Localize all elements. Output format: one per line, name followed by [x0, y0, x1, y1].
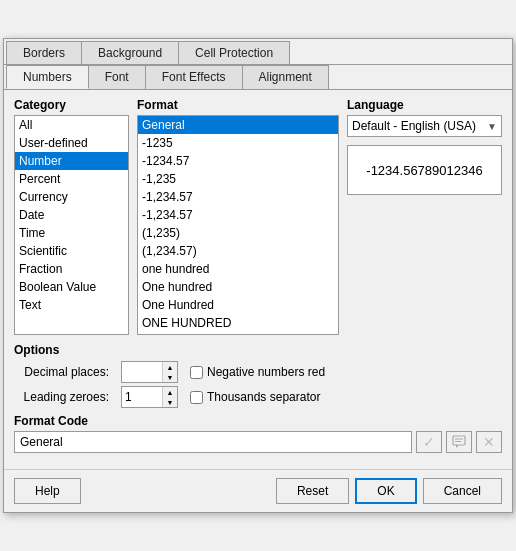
format-code-delete-btn[interactable]: ✕ — [476, 431, 502, 453]
format-item[interactable]: -1,235 — [138, 170, 338, 188]
leading-zeroes-label: Leading zeroes: — [14, 390, 109, 404]
leading-decrement-btn[interactable]: ▼ — [163, 397, 177, 407]
language-header: Language — [347, 98, 502, 112]
decimal-spinner-buttons: ▲ ▼ — [162, 362, 177, 382]
category-list[interactable]: All User-defined Number Percent Currency… — [14, 115, 129, 335]
format-code-comment-btn[interactable] — [446, 431, 472, 453]
leading-increment-btn[interactable]: ▲ — [163, 387, 177, 397]
tab-cell-protection[interactable]: Cell Protection — [178, 41, 290, 64]
format-header: Format — [137, 98, 339, 112]
content-area: Category All User-defined Number Percent… — [4, 90, 512, 469]
format-item[interactable]: -1235 — [138, 134, 338, 152]
format-code-check-btn[interactable]: ✓ — [416, 431, 442, 453]
cancel-button[interactable]: Cancel — [423, 478, 502, 504]
negative-numbers-red-checkbox[interactable] — [190, 366, 203, 379]
list-item[interactable]: Boolean Value — [15, 278, 128, 296]
thousands-separator-label[interactable]: Thousands separator — [190, 390, 320, 404]
svg-rect-0 — [453, 436, 465, 445]
format-item[interactable]: -1234.57 — [138, 152, 338, 170]
negative-numbers-red-text: Negative numbers red — [207, 365, 325, 379]
list-item[interactable]: Scientific — [15, 242, 128, 260]
list-item[interactable]: Fraction — [15, 260, 128, 278]
format-code-input[interactable] — [14, 431, 412, 453]
tab-numbers[interactable]: Numbers — [6, 65, 89, 89]
language-column: Language Default - English (USA) ▼ -1234… — [347, 98, 502, 335]
tab-font[interactable]: Font — [88, 65, 146, 89]
format-item[interactable]: -1,234.57 — [138, 206, 338, 224]
format-item[interactable]: ONE HUNDRED — [138, 314, 338, 332]
thousands-separator-checkbox[interactable] — [190, 391, 203, 404]
preview-value: -1234.56789012346 — [366, 163, 482, 178]
decimal-increment-btn[interactable]: ▲ — [163, 362, 177, 372]
leading-zeroes-row: Leading zeroes: ▲ ▼ Thousands separator — [14, 386, 502, 408]
language-value: Default - English (USA) — [352, 119, 476, 133]
leading-spinner-buttons: ▲ ▼ — [162, 387, 177, 407]
svg-marker-3 — [456, 445, 459, 448]
options-title: Options — [14, 343, 502, 357]
decimal-places-label: Decimal places: — [14, 365, 109, 379]
tab-alignment[interactable]: Alignment — [242, 65, 329, 89]
format-item[interactable]: -1,234.57 — [138, 188, 338, 206]
list-item[interactable]: Time — [15, 224, 128, 242]
format-code-title: Format Code — [14, 414, 502, 428]
list-item[interactable]: Currency — [15, 188, 128, 206]
leading-zeroes-spinner[interactable]: ▲ ▼ — [121, 386, 178, 408]
format-item[interactable]: One Hundred — [138, 296, 338, 314]
format-item[interactable]: (1,235) — [138, 224, 338, 242]
reset-button[interactable]: Reset — [276, 478, 349, 504]
bottom-bar: Help Reset OK Cancel — [4, 469, 512, 512]
preview-box: -1234.56789012346 — [347, 145, 502, 195]
list-item[interactable]: All — [15, 116, 128, 134]
decimal-places-input[interactable] — [122, 362, 162, 382]
leading-zeroes-input[interactable] — [122, 387, 162, 407]
format-cells-dialog: Borders Background Cell Protection Numbe… — [3, 38, 513, 513]
tab-font-effects[interactable]: Font Effects — [145, 65, 243, 89]
format-item[interactable]: one hundred — [138, 260, 338, 278]
category-header: Category — [14, 98, 129, 112]
decimal-places-spinner[interactable]: ▲ ▼ — [121, 361, 178, 383]
list-item-number[interactable]: Number — [15, 152, 128, 170]
list-item[interactable]: Percent — [15, 170, 128, 188]
dropdown-arrow-icon: ▼ — [487, 121, 497, 132]
decimal-decrement-btn[interactable]: ▼ — [163, 372, 177, 382]
options-section: Options Decimal places: ▲ ▼ Negative num… — [14, 343, 502, 408]
thousands-separator-text: Thousands separator — [207, 390, 320, 404]
list-item[interactable]: Date — [15, 206, 128, 224]
decimal-places-row: Decimal places: ▲ ▼ Negative numbers red — [14, 361, 502, 383]
format-item-general[interactable]: General — [138, 116, 338, 134]
tab-background[interactable]: Background — [81, 41, 179, 64]
format-item[interactable]: One hundred — [138, 278, 338, 296]
help-button[interactable]: Help — [14, 478, 81, 504]
format-code-section: Format Code ✓ ✕ — [14, 414, 502, 453]
tab-borders[interactable]: Borders — [6, 41, 82, 64]
format-item[interactable]: (1,234.57) — [138, 242, 338, 260]
language-dropdown[interactable]: Default - English (USA) ▼ — [347, 115, 502, 137]
list-item[interactable]: User-defined — [15, 134, 128, 152]
format-code-row: ✓ ✕ — [14, 431, 502, 453]
format-column: Format General -1235 -1234.57 -1,235 -1,… — [137, 98, 339, 335]
ok-button[interactable]: OK — [355, 478, 416, 504]
list-item[interactable]: Text — [15, 296, 128, 314]
negative-numbers-red-label[interactable]: Negative numbers red — [190, 365, 325, 379]
format-list[interactable]: General -1235 -1234.57 -1,235 -1,234.57 … — [137, 115, 339, 335]
right-buttons: Reset OK Cancel — [276, 478, 502, 504]
top-tab-row: Borders Background Cell Protection — [4, 39, 512, 65]
main-columns: Category All User-defined Number Percent… — [14, 98, 502, 335]
category-column: Category All User-defined Number Percent… — [14, 98, 129, 335]
bottom-tab-row: Numbers Font Font Effects Alignment — [4, 65, 512, 90]
comment-icon — [452, 435, 466, 449]
